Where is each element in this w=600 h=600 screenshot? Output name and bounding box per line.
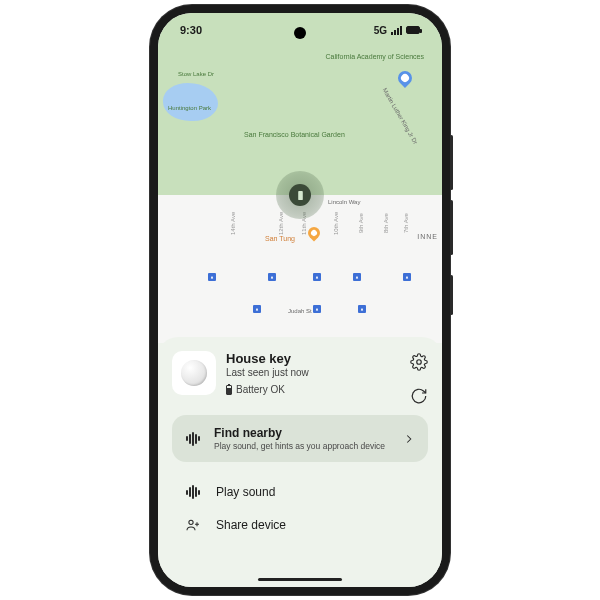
- map-label-12th: 12th Ave: [278, 212, 284, 235]
- map-label-garden: San Francisco Botanical Garden: [244, 131, 345, 139]
- map-label-inner: INNE: [417, 233, 438, 241]
- home-indicator[interactable]: [258, 578, 342, 581]
- map-pin-academy-icon: [395, 68, 415, 88]
- device-battery-status: Battery OK: [226, 384, 400, 395]
- map-label-14th: 14th Ave: [230, 212, 236, 235]
- battery-text: Battery OK: [236, 384, 285, 395]
- transit-stop-icon: [313, 273, 321, 281]
- find-nearby-subtitle: Play sound, get hints as you approach de…: [214, 441, 390, 451]
- soundwave-icon: [184, 432, 202, 446]
- map-label-10th: 10th Ave: [333, 212, 339, 235]
- transit-stop-icon: [253, 305, 261, 313]
- find-nearby-button[interactable]: Find nearby Play sound, get hints as you…: [172, 415, 428, 462]
- phone-frame: 9:30 5G California Academy of Sciences S…: [150, 5, 450, 595]
- status-right: 5G: [374, 25, 420, 36]
- refresh-icon: [410, 387, 428, 405]
- map-label-huntington: Huntington Park: [168, 105, 211, 112]
- map-label-9th: 9th Ave: [358, 213, 364, 233]
- volume-up-button: [450, 135, 453, 190]
- share-device-label: Share device: [216, 518, 286, 532]
- battery-icon: [406, 26, 420, 34]
- lake-shape: [163, 83, 218, 121]
- transit-stop-icon: [208, 273, 216, 281]
- device-location-marker[interactable]: [276, 171, 324, 219]
- gear-icon: [410, 353, 428, 371]
- device-marker-icon: [289, 184, 311, 206]
- refresh-button[interactable]: [410, 387, 428, 405]
- play-sound-label: Play sound: [216, 485, 275, 499]
- play-sound-button[interactable]: Play sound: [174, 476, 426, 508]
- find-nearby-text: Find nearby Play sound, get hints as you…: [214, 426, 390, 451]
- device-name: House key: [226, 351, 400, 366]
- transit-stop-icon: [403, 273, 411, 281]
- map-label-academy: California Academy of Sciences: [326, 53, 424, 61]
- battery-level-icon: [226, 385, 232, 395]
- tracker-tag-icon: [181, 360, 207, 386]
- device-actions: [410, 351, 428, 405]
- device-last-seen: Last seen just now: [226, 367, 400, 378]
- map-label-judah: Judah St: [288, 308, 312, 315]
- chevron-right-icon: [402, 432, 416, 446]
- svg-rect-1: [299, 198, 301, 199]
- map-label-mlk: Martin Luther King Jr Dr: [381, 87, 419, 145]
- map-label-lincoln: Lincoln Way: [328, 199, 360, 206]
- transit-stop-icon: [268, 273, 276, 281]
- network-label: 5G: [374, 25, 387, 36]
- transit-stop-icon: [358, 305, 366, 313]
- sound-icon: [184, 485, 202, 499]
- transit-stop-icon: [353, 273, 361, 281]
- volume-down-button: [450, 200, 453, 255]
- map-view[interactable]: California Academy of Sciences Stow Lake…: [158, 13, 442, 343]
- map-label-7th: 7th Ave: [403, 213, 409, 233]
- svg-point-3: [189, 520, 193, 524]
- map-label-8th: 8th Ave: [383, 213, 389, 233]
- svg-point-2: [417, 360, 422, 365]
- share-device-button[interactable]: Share device: [174, 508, 426, 542]
- device-header: House key Last seen just now Battery OK: [172, 351, 428, 405]
- settings-button[interactable]: [410, 353, 428, 371]
- transit-stop-icon: [313, 305, 321, 313]
- action-list: Play sound Share device: [172, 472, 428, 542]
- find-nearby-title: Find nearby: [214, 426, 390, 440]
- device-info: House key Last seen just now Battery OK: [226, 351, 400, 395]
- map-label-lake: Stow Lake Dr: [178, 71, 214, 78]
- status-time: 9:30: [180, 24, 202, 36]
- signal-icon: [391, 26, 402, 35]
- screen: 9:30 5G California Academy of Sciences S…: [158, 13, 442, 587]
- map-label-santung: San Tung: [265, 235, 295, 243]
- front-camera: [294, 27, 306, 39]
- share-person-icon: [184, 517, 202, 533]
- bottom-sheet: House key Last seen just now Battery OK: [158, 337, 442, 587]
- power-button: [450, 275, 453, 315]
- device-thumbnail: [172, 351, 216, 395]
